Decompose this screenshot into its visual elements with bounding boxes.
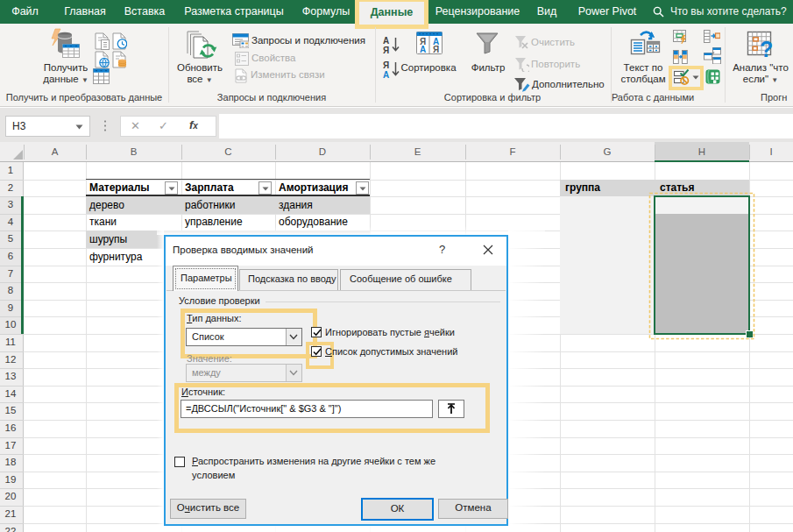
- svg-text:Я: Я: [383, 60, 389, 70]
- svg-text:Я: Я: [433, 45, 439, 54]
- svg-text:А: А: [383, 36, 389, 46]
- svg-text:А: А: [383, 70, 389, 80]
- svg-text:А: А: [420, 45, 426, 54]
- svg-text:?: ?: [760, 37, 773, 60]
- svg-text:Я: Я: [383, 46, 389, 55]
